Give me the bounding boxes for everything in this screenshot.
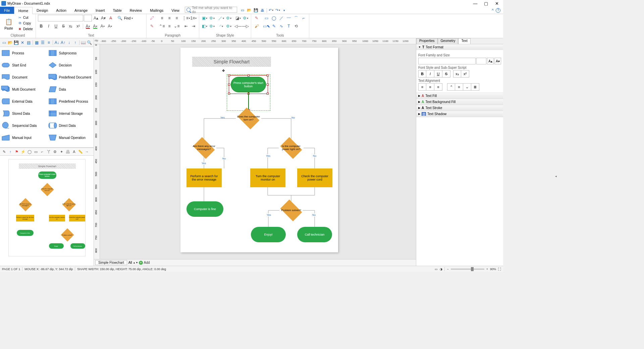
pv-flag-icon[interactable]: ⚑ bbox=[14, 149, 19, 154]
canvas[interactable]: Simple Flowchart Press computer's start … bbox=[100, 44, 416, 259]
valign-mid2-button[interactable]: ≡ bbox=[455, 83, 463, 91]
tool-connector-icon[interactable]: ⌐ bbox=[300, 15, 307, 21]
shape-palette-item[interactable]: Direct Data bbox=[47, 119, 94, 132]
tool-line-icon[interactable]: ／ bbox=[278, 15, 285, 21]
valign-just-button[interactable]: ≣ bbox=[471, 83, 479, 91]
shape-decision-1[interactable]: Does the computer turn on? bbox=[236, 109, 261, 128]
pv-ruler-icon[interactable]: 📏 bbox=[78, 149, 83, 154]
shape-palette-item[interactable]: Process bbox=[0, 47, 47, 59]
valign-bottom-button[interactable]: ⌄≡ bbox=[173, 23, 180, 30]
tool-ellipse-icon[interactable]: ◯ bbox=[271, 15, 277, 21]
shape-decision-3[interactable]: Is the computer power light on? bbox=[278, 139, 304, 157]
rtab-geometry[interactable]: Geometry bbox=[438, 38, 459, 44]
lib-sort3-icon[interactable]: ↓ bbox=[66, 40, 72, 46]
tab-view[interactable]: View bbox=[167, 7, 183, 14]
shape-terminator-2[interactable]: Enjoy! bbox=[251, 227, 286, 242]
font-family-select[interactable] bbox=[38, 15, 83, 21]
lib-view2-icon[interactable]: ☰ bbox=[40, 40, 46, 46]
italic2-button[interactable]: I bbox=[426, 70, 434, 78]
subscript2-button[interactable]: x₂ bbox=[453, 70, 461, 78]
qat-print-icon[interactable]: 🖶 bbox=[260, 8, 265, 13]
tool-text-icon[interactable]: T bbox=[285, 23, 292, 30]
text-shadow-button[interactable]: A▾ bbox=[107, 23, 113, 30]
outdent-button[interactable]: ⇤ bbox=[183, 23, 190, 30]
shrink-font2-button[interactable]: A▾ bbox=[494, 58, 501, 64]
text-fill-button[interactable]: A▾ bbox=[85, 23, 91, 30]
copy-button[interactable]: ⧉Copy bbox=[17, 20, 34, 26]
align-left-button[interactable]: ≡ bbox=[159, 15, 165, 21]
lib-view3-icon[interactable]: ≡ bbox=[46, 40, 52, 46]
drawing-page[interactable]: Simple Flowchart Press computer's start … bbox=[180, 48, 338, 252]
lib-book-icon[interactable]: 📖 bbox=[80, 40, 86, 46]
handle-sw[interactable] bbox=[228, 93, 230, 95]
gear1-icon[interactable]: ⚙▾ bbox=[209, 15, 215, 21]
clear-format-button[interactable]: A̶ bbox=[107, 15, 114, 21]
shape-action-1[interactable]: Perform a search for the error message bbox=[186, 168, 222, 187]
subscript-button[interactable]: x₂ bbox=[67, 23, 74, 30]
highlight-icon[interactable]: 🖍 bbox=[149, 15, 155, 21]
tab-file[interactable]: File bbox=[0, 7, 14, 14]
shape-palette-item[interactable]: Document bbox=[0, 71, 47, 83]
maximize-button[interactable]: ▢ bbox=[484, 1, 488, 6]
ribbon-collapse-icon[interactable]: ^ bbox=[492, 8, 494, 13]
pv-gear-icon[interactable]: ⚙ bbox=[52, 149, 58, 154]
strike-button[interactable]: S bbox=[60, 23, 67, 30]
close-button[interactable]: ✕ bbox=[494, 1, 499, 6]
lib-view1-icon[interactable]: ▦ bbox=[34, 40, 40, 46]
cut-button[interactable]: ✂Cut bbox=[17, 15, 34, 20]
lib-close-icon[interactable]: ✕ bbox=[19, 40, 25, 46]
minimize-button[interactable]: ― bbox=[473, 1, 478, 6]
pv-more-icon[interactable]: → bbox=[84, 149, 90, 154]
pv-edit-icon[interactable]: ✎ bbox=[1, 149, 7, 154]
acc-text-bg-fill[interactable]: ▶AText Background Fill bbox=[416, 99, 503, 105]
search-box[interactable]: Tell me what you want to do bbox=[185, 7, 237, 13]
handle-ne[interactable] bbox=[267, 74, 269, 77]
tool-pen-icon[interactable]: ✎ bbox=[271, 23, 277, 30]
handle-e[interactable] bbox=[267, 84, 269, 86]
numbering-button[interactable]: 1≡▾ bbox=[190, 15, 197, 21]
indent-button[interactable]: ⇥ bbox=[190, 23, 197, 30]
pv-branch-icon[interactable]: 丫 bbox=[46, 149, 51, 154]
underline-button[interactable]: U bbox=[53, 23, 59, 30]
pv-text-icon[interactable]: A bbox=[71, 149, 77, 154]
page-tab-all[interactable]: All bbox=[128, 261, 132, 264]
tab-insert[interactable]: Insert bbox=[92, 7, 109, 14]
handle-w[interactable] bbox=[228, 84, 230, 86]
tool-rotate-icon[interactable]: ⟲ bbox=[293, 23, 300, 30]
superscript-button[interactable]: x² bbox=[75, 23, 82, 30]
shape-palette-item[interactable]: Start End bbox=[0, 59, 47, 71]
font-family-input[interactable] bbox=[418, 58, 476, 64]
pv-up-icon[interactable]: ↑ bbox=[8, 149, 13, 154]
shape-palette-item[interactable]: Multi Document bbox=[0, 83, 47, 95]
underline2-button[interactable]: U bbox=[434, 70, 442, 78]
qat-undo-icon[interactable]: ↶▾ bbox=[268, 8, 274, 13]
tool-rect-icon[interactable]: ▭ bbox=[263, 15, 270, 21]
shape-action-3[interactable]: Check the computer power cord bbox=[297, 168, 332, 187]
halign-right-button[interactable]: ≡ bbox=[434, 83, 442, 91]
rtab-properties[interactable]: Properties bbox=[416, 38, 438, 44]
tool-freehand-icon[interactable]: ∿ bbox=[278, 23, 285, 30]
arrow-start-button[interactable]: ◁― bbox=[235, 23, 241, 30]
strike2-button[interactable]: S bbox=[442, 70, 450, 78]
shadow-button[interactable]: ◪▾ bbox=[235, 15, 241, 21]
shrink-font-button[interactable]: A▾ bbox=[100, 15, 107, 21]
zoom-handle[interactable] bbox=[471, 267, 474, 271]
zoom-out-button[interactable]: − bbox=[447, 267, 448, 271]
status-view1-icon[interactable]: ▭ bbox=[435, 267, 438, 271]
gear2-icon[interactable]: ⚙▾ bbox=[225, 15, 232, 21]
lib-export-icon[interactable]: ▤ bbox=[26, 40, 32, 46]
handle-n[interactable] bbox=[248, 74, 250, 77]
shape-palette-item[interactable]: Internal Storage bbox=[47, 107, 94, 119]
bold2-button[interactable]: B bbox=[418, 70, 426, 78]
valign-top-button[interactable]: ⌃≡ bbox=[159, 23, 165, 30]
text-stroke-button[interactable]: A▾ bbox=[99, 23, 106, 30]
theme-button[interactable]: ◧▾ bbox=[201, 23, 208, 30]
tool-arc-icon[interactable]: ⌒ bbox=[293, 15, 300, 21]
gear4-icon[interactable]: ⚙▾ bbox=[209, 23, 215, 30]
qat-customize-icon[interactable]: ▾ bbox=[282, 8, 287, 13]
shape-terminator-1[interactable]: Computer is fine bbox=[186, 201, 223, 217]
valign-mid-button[interactable]: ≡ bbox=[166, 23, 173, 30]
corner-button[interactable]: ◜▾ bbox=[218, 23, 225, 30]
qat-open-icon[interactable]: 📂 bbox=[247, 8, 252, 13]
shape-palette-item[interactable]: Stored Data bbox=[0, 107, 47, 119]
